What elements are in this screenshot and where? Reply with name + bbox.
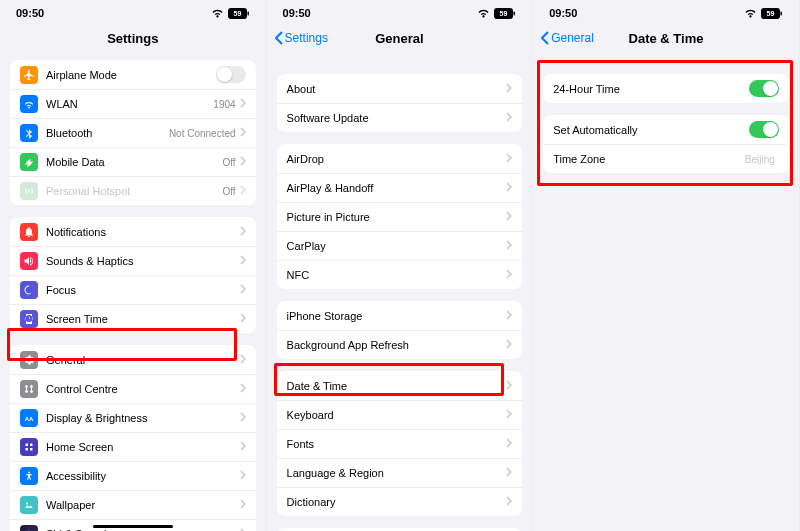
row-control-centre[interactable]: Control Centre: [10, 374, 256, 403]
navbar: Settings: [0, 22, 266, 54]
row-label: Language & Region: [287, 467, 507, 479]
svg-text:59: 59: [500, 10, 508, 17]
datetime-group-auto: Set Automatically Time Zone Beijing: [543, 115, 789, 173]
row-label: WLAN: [46, 98, 213, 110]
row-label: Picture in Picture: [287, 211, 507, 223]
row-carplay[interactable]: CarPlay: [277, 231, 523, 260]
row-value: Not Connected: [169, 128, 236, 139]
settings-group-connectivity: Airplane Mode WLAN 1904 Bluetooth Not Co…: [10, 60, 256, 205]
chevron-right-icon: [506, 211, 512, 223]
chevron-right-icon: [240, 98, 246, 110]
back-button[interactable]: Settings: [275, 31, 328, 45]
24h-toggle[interactable]: [749, 80, 779, 97]
row-screen-time[interactable]: Screen Time: [10, 304, 256, 333]
row-mobile-data[interactable]: Mobile Data Off: [10, 147, 256, 176]
wlan-icon: [20, 95, 38, 113]
status-bar: 09:50 59: [267, 0, 533, 22]
row-airplane-mode[interactable]: Airplane Mode: [10, 60, 256, 89]
chevron-right-icon: [506, 112, 512, 124]
chevron-right-icon: [240, 499, 246, 511]
row-nfc[interactable]: NFC: [277, 260, 523, 289]
row-about[interactable]: About: [277, 74, 523, 103]
chevron-right-icon: [240, 185, 246, 197]
wifi-icon: [744, 8, 757, 18]
chevron-right-icon: [506, 409, 512, 421]
row-label: NFC: [287, 269, 507, 281]
settings-group-notifications: Notifications Sounds & Haptics Focus Scr…: [10, 217, 256, 333]
row-keyboard[interactable]: Keyboard: [277, 400, 523, 429]
back-button[interactable]: General: [541, 31, 594, 45]
status-bar: 09:50 59: [0, 0, 266, 22]
chevron-left-icon: [275, 31, 283, 45]
screen-time-icon: [20, 310, 38, 328]
row-display[interactable]: AA Display & Brightness: [10, 403, 256, 432]
row-focus[interactable]: Focus: [10, 275, 256, 304]
row-date-time[interactable]: Date & Time: [277, 371, 523, 400]
control-centre-icon: [20, 380, 38, 398]
chevron-right-icon: [240, 313, 246, 325]
row-personal-hotspot: Personal Hotspot Off: [10, 176, 256, 205]
chevron-right-icon: [506, 496, 512, 508]
row-iphone-storage[interactable]: iPhone Storage: [277, 301, 523, 330]
row-label: 24-Hour Time: [553, 83, 749, 95]
chevron-right-icon: [240, 383, 246, 395]
row-label: General: [46, 354, 240, 366]
row-airdrop[interactable]: AirDrop: [277, 144, 523, 173]
svg-text:59: 59: [766, 10, 774, 17]
accessibility-icon: [20, 467, 38, 485]
chevron-right-icon: [506, 83, 512, 95]
row-time-zone[interactable]: Time Zone Beijing: [543, 144, 789, 173]
notifications-icon: [20, 223, 38, 241]
row-label: Fonts: [287, 438, 507, 450]
svg-rect-6: [26, 448, 29, 451]
row-accessibility[interactable]: Accessibility: [10, 461, 256, 490]
row-label: Bluetooth: [46, 127, 169, 139]
row-set-auto[interactable]: Set Automatically: [543, 115, 789, 144]
row-pip[interactable]: Picture in Picture: [277, 202, 523, 231]
row-language[interactable]: Language & Region: [277, 458, 523, 487]
row-label: Display & Brightness: [46, 412, 240, 424]
row-label: Wallpaper: [46, 499, 240, 511]
chevron-right-icon: [506, 182, 512, 194]
status-time: 09:50: [549, 7, 577, 19]
row-fonts[interactable]: Fonts: [277, 429, 523, 458]
battery-icon: 59: [494, 8, 516, 19]
row-label: Home Screen: [46, 441, 240, 453]
wifi-icon: [477, 8, 490, 18]
airplane-toggle[interactable]: [216, 66, 246, 83]
svg-text:59: 59: [233, 10, 241, 17]
display-icon: AA: [20, 409, 38, 427]
navbar: General Date & Time: [533, 22, 799, 54]
row-label: Keyboard: [287, 409, 507, 421]
row-label: Notifications: [46, 226, 240, 238]
chevron-right-icon: [240, 255, 246, 267]
home-indicator[interactable]: [93, 525, 173, 528]
general-group-storage: iPhone Storage Background App Refresh: [277, 301, 523, 359]
mobile-data-icon: [20, 153, 38, 171]
row-label: Time Zone: [553, 153, 745, 165]
row-wlan[interactable]: WLAN 1904: [10, 89, 256, 118]
row-sounds[interactable]: Sounds & Haptics: [10, 246, 256, 275]
svg-rect-15: [514, 11, 516, 15]
row-airplay[interactable]: AirPlay & Handoff: [277, 173, 523, 202]
status-time: 09:50: [283, 7, 311, 19]
row-label: Screen Time: [46, 313, 240, 325]
auto-toggle[interactable]: [749, 121, 779, 138]
row-general[interactable]: General: [10, 345, 256, 374]
home-screen-icon: [20, 438, 38, 456]
chevron-right-icon: [240, 441, 246, 453]
row-bluetooth[interactable]: Bluetooth Not Connected: [10, 118, 256, 147]
bluetooth-icon: [20, 124, 38, 142]
row-software-update[interactable]: Software Update: [277, 103, 523, 132]
general-group-datetime: Date & Time Keyboard Fonts Language & Re…: [277, 371, 523, 516]
row-bg-refresh[interactable]: Background App Refresh: [277, 330, 523, 359]
row-24-hour[interactable]: 24-Hour Time: [543, 74, 789, 103]
svg-point-9: [26, 503, 28, 505]
chevron-right-icon: [240, 284, 246, 296]
row-value: Off: [222, 186, 235, 197]
row-home-screen[interactable]: Home Screen: [10, 432, 256, 461]
row-wallpaper[interactable]: Wallpaper: [10, 490, 256, 519]
row-dictionary[interactable]: Dictionary: [277, 487, 523, 516]
row-notifications[interactable]: Notifications: [10, 217, 256, 246]
row-label: Accessibility: [46, 470, 240, 482]
